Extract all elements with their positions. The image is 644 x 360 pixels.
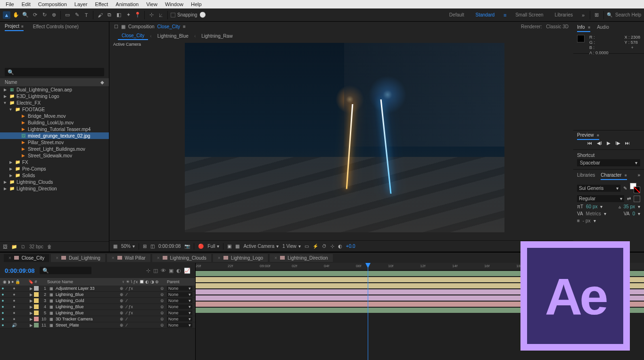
- tab-close-icon[interactable]: ×: [218, 255, 221, 261]
- layer-row[interactable]: ●●▶1▦Adjustment Layer 33⊕∕ƒx⊚None▾: [0, 286, 195, 292]
- tab-audio[interactable]: Audio: [597, 25, 609, 32]
- twisty-icon[interactable]: ▶: [28, 305, 34, 309]
- current-timecode[interactable]: 0:00:09:08: [5, 267, 35, 274]
- audio-icon[interactable]: ●: [11, 304, 17, 309]
- visibility-icon[interactable]: ●: [0, 317, 6, 321]
- pixel-aspect-icon[interactable]: ▭: [305, 244, 309, 249]
- timeline-tab[interactable]: ×Lightning_Clouds: [152, 254, 211, 262]
- project-item[interactable]: ▼📁Electric_FX: [0, 99, 109, 106]
- twisty-icon[interactable]: ▼: [3, 101, 7, 105]
- label-color[interactable]: [34, 298, 39, 303]
- timeline-tab[interactable]: ×Wall Pillar: [107, 254, 150, 262]
- timeline-tab[interactable]: ×Close_City: [4, 254, 49, 262]
- menu-edit[interactable]: Edit: [18, 0, 34, 8]
- snapshot-icon[interactable]: 📷: [184, 244, 190, 249]
- twisty-icon[interactable]: ▶: [28, 311, 34, 315]
- project-tree[interactable]: ▶▦Dual_Lightning_Clean.aep▶📁E3D_Lightnin…: [0, 86, 109, 241]
- menu-file[interactable]: File: [2, 0, 18, 8]
- twisty-icon[interactable]: ▶: [28, 286, 34, 291]
- audio-icon[interactable]: ●: [11, 311, 17, 315]
- parent-pickwhip-icon[interactable]: ⊚: [160, 292, 167, 297]
- menu-composition[interactable]: Composition: [34, 0, 71, 8]
- visibility-icon[interactable]: ●: [0, 323, 6, 327]
- font-family-dropdown[interactable]: Sui Generis▾: [577, 185, 620, 192]
- parent-pickwhip-icon[interactable]: ⊚: [160, 323, 167, 327]
- rectangle-tool-icon[interactable]: ▭: [64, 11, 71, 19]
- rotate-tool-icon[interactable]: ↻: [41, 11, 48, 19]
- interpret-footage-icon[interactable]: 🖼: [3, 244, 8, 249]
- menu-window[interactable]: Window: [161, 0, 187, 8]
- snap-options-icon[interactable]: ⚪: [199, 11, 206, 19]
- layer-name[interactable]: Adjustment Layer 33: [55, 286, 120, 291]
- viewer-lock-icon[interactable]: ☐: [114, 24, 118, 29]
- menu-animation[interactable]: Animation: [112, 0, 142, 8]
- label-color[interactable]: [34, 317, 39, 321]
- parent-dropdown[interactable]: None▾: [167, 286, 192, 291]
- tab-close-icon[interactable]: ×: [157, 255, 160, 261]
- menu-effect[interactable]: Effect: [91, 0, 112, 8]
- parent-pickwhip-icon[interactable]: ⊚: [160, 286, 167, 291]
- tab-libraries[interactable]: Libraries: [577, 172, 595, 180]
- parent-dropdown[interactable]: None▾: [167, 317, 192, 321]
- project-item[interactable]: ▶Street_Sidewalk.mov: [0, 152, 109, 159]
- parent-dropdown[interactable]: None▾: [167, 311, 192, 315]
- first-frame-icon[interactable]: ⏮: [587, 140, 592, 146]
- kerning-value[interactable]: Metrics: [586, 211, 601, 216]
- timeline-column-headers[interactable]: ◉ ◗ ● 🔒 🔖 # Source Name ♀ ☀ \ ƒx 🔲 ◐ ◑ ⊕…: [0, 278, 195, 286]
- tab-project[interactable]: Project≡: [5, 24, 24, 31]
- parent-dropdown[interactable]: None▾: [167, 298, 192, 303]
- twisty-icon[interactable]: ▶: [8, 167, 13, 171]
- timeline-tab[interactable]: ×Lightning_Logo: [213, 254, 268, 262]
- twisty-icon[interactable]: ▶: [28, 323, 34, 327]
- twisty-icon[interactable]: ▶: [3, 180, 7, 184]
- audio-icon[interactable]: ●: [11, 292, 17, 297]
- channel-icon[interactable]: 🔴: [198, 244, 204, 249]
- project-column-header[interactable]: Name ◆: [0, 78, 109, 86]
- twisty-icon[interactable]: ▶: [3, 94, 7, 98]
- frame-blend-icon[interactable]: ▣: [169, 268, 173, 274]
- layer-switches[interactable]: ⊕∕ƒx: [120, 304, 160, 309]
- tab-preview[interactable]: Preview ≡: [577, 132, 599, 140]
- tab-character[interactable]: Character ≡: [601, 172, 627, 180]
- project-item[interactable]: ▶📁Solids: [0, 172, 109, 179]
- crumb-1[interactable]: Lightning_Blue: [154, 33, 192, 40]
- layer-name[interactable]: Street_Plate: [55, 323, 120, 327]
- audio-icon[interactable]: 🔊: [11, 323, 17, 327]
- hand-tool-icon[interactable]: ✋: [12, 11, 20, 19]
- workspace-menu-icon[interactable]: ≡: [501, 11, 509, 19]
- twisty-icon[interactable]: ▶: [28, 299, 34, 303]
- always-preview-icon[interactable]: ▦: [113, 244, 117, 249]
- workspace-default[interactable]: Default: [445, 12, 469, 17]
- twisty-icon[interactable]: ▼: [8, 107, 13, 112]
- parent-dropdown[interactable]: None▾: [167, 323, 192, 327]
- twisty-icon[interactable]: ▶: [28, 293, 34, 297]
- comp-viewer-canvas[interactable]: Active Camera: [109, 41, 573, 240]
- workspace-overflow-icon[interactable]: »: [579, 11, 587, 19]
- font-size-value[interactable]: 60 px: [586, 204, 597, 209]
- timeline-search-input[interactable]: 🔍: [40, 267, 91, 274]
- visibility-icon[interactable]: ●: [0, 292, 6, 297]
- visibility-icon[interactable]: ●: [0, 311, 6, 315]
- project-item[interactable]: ▶Bridge_Move.mov: [0, 113, 109, 119]
- tab-info[interactable]: Info ≡: [577, 25, 590, 32]
- exposure-value[interactable]: +0.0: [346, 244, 355, 249]
- parent-pickwhip-icon[interactable]: ⊚: [160, 304, 167, 309]
- zoom-tool-icon[interactable]: 🔍: [22, 11, 29, 19]
- layer-switches[interactable]: ⊕∕ƒx: [120, 311, 160, 315]
- label-color[interactable]: [34, 304, 39, 309]
- type-tool-icon[interactable]: T: [83, 11, 90, 19]
- bpc-toggle[interactable]: 32 bpc: [29, 244, 43, 249]
- new-comp-icon[interactable]: 🗋: [21, 244, 25, 249]
- anchor-tool-icon[interactable]: ⊕: [50, 11, 58, 19]
- parent-pickwhip-icon[interactable]: ⊚: [160, 317, 167, 321]
- label-column-icon[interactable]: ◆: [100, 80, 104, 85]
- audio-icon[interactable]: ●: [11, 317, 17, 321]
- clone-tool-icon[interactable]: ⧉: [106, 11, 113, 19]
- parent-pickwhip-icon[interactable]: ⊚: [160, 311, 167, 315]
- layer-switches[interactable]: ⊕∕: [120, 298, 160, 303]
- label-color[interactable]: [34, 292, 39, 297]
- project-item[interactable]: ▶▦Dual_Lightning_Clean.aep: [0, 86, 109, 93]
- axis2-icon[interactable]: ⟀: [157, 11, 165, 19]
- brush-tool-icon[interactable]: 🖌: [96, 11, 104, 19]
- crumb-0[interactable]: Close_City: [118, 32, 148, 40]
